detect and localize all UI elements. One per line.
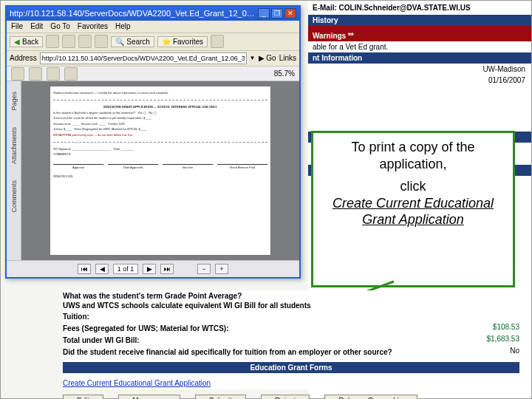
next-page-button[interactable]: ▶: [143, 264, 156, 274]
links-button[interactable]: Links: [279, 54, 296, 62]
save-icon[interactable]: [11, 67, 24, 81]
titlebar: http://10.121.58.140/ServerDocs/WDVA2200…: [7, 7, 299, 21]
fees-amount: $108.53: [493, 323, 519, 334]
zoom-in-button[interactable]: +: [215, 264, 228, 274]
menu-favorites[interactable]: Favorites: [78, 22, 108, 30]
last-page-button[interactable]: ⏭: [160, 264, 174, 274]
favorites-button[interactable]: ⭐Favorites: [157, 36, 208, 47]
messages-button[interactable]: Messages: [118, 395, 180, 399]
mail-icon[interactable]: [47, 67, 60, 81]
text-fragment: able for a Vet Ed grant.: [308, 41, 531, 52]
address-bar: Address ▼ ▶ Go Links: [7, 51, 299, 66]
forward-icon[interactable]: [46, 35, 59, 48]
note-calc: UWS and WTCS schools calculate equivalen…: [63, 301, 519, 310]
callout-link-name: Create Current Educational Grant Applica…: [332, 196, 494, 228]
refresh-icon[interactable]: [78, 35, 92, 48]
prev-page-button[interactable]: ◀: [95, 264, 109, 274]
print-icon[interactable]: [29, 67, 42, 81]
total-amount: $1,683.53: [487, 335, 520, 346]
callout-line-1: To print a copy of the application,: [321, 139, 505, 172]
window-close-button[interactable]: ✕: [284, 8, 296, 18]
browser-toolbar: ◀Back 🔍Search ⭐Favorites: [7, 33, 299, 51]
home-icon[interactable]: [95, 35, 108, 48]
menubar: File Edit Go To Favorites Help: [7, 21, 299, 33]
menu-file[interactable]: File: [11, 22, 23, 30]
create-application-link[interactable]: Create Current Educational Grant Applica…: [63, 379, 211, 387]
zoom-out-button[interactable]: −: [197, 264, 211, 274]
finaid-answer: No: [510, 347, 519, 358]
back-button[interactable]: ◀Back: [10, 36, 43, 47]
reject-button[interactable]: Reject: [261, 395, 310, 399]
section-information: nt Information: [308, 52, 531, 64]
question-finaid: Did the student receive financial aid sp…: [63, 348, 392, 356]
date-value: 01/16/2007: [488, 76, 525, 84]
search-button[interactable]: 🔍Search: [111, 36, 154, 47]
page-number-input[interactable]: [113, 264, 138, 274]
tab-pages[interactable]: Pages: [10, 92, 18, 111]
question-gpa: What was the student's term Grade Point …: [63, 292, 519, 300]
pdf-page: Student certification statement — I cert…: [50, 86, 271, 256]
submit-button[interactable]: Submit: [195, 395, 246, 399]
section-history: History: [308, 15, 531, 26]
tab-attachments[interactable]: Attachments: [10, 127, 18, 164]
address-input[interactable]: [40, 52, 247, 64]
page-navigator: ⏮ ◀ ▶ ⏭ − +: [7, 260, 299, 277]
pdf-sidebar: Pages Attachments Comments: [7, 81, 21, 260]
window-title: http://10.121.58.140/ServerDocs/WDVA2200…: [10, 9, 258, 18]
address-label: Address: [10, 54, 37, 62]
school-value: UW-Madison: [482, 65, 525, 73]
toolbar-icon[interactable]: [211, 35, 224, 48]
total-label: Total under WI GI Bill:: [63, 336, 140, 344]
warnings-bar: Warnings **: [308, 30, 531, 41]
form-content: What was the student's term Grade Point …: [63, 290, 519, 389]
contact-email: E-Mail: COLIN.Schneider@DVA.STATE.WI.US: [308, 1, 531, 15]
fees-label: Fees (Segregated for UWS; Material for W…: [63, 324, 228, 332]
pdf-viewer-window: http://10.121.58.140/ServerDocs/WDVA2200…: [5, 5, 301, 279]
release-ownership-button[interactable]: Release Ownership: [324, 395, 417, 399]
go-button[interactable]: ▶ Go: [259, 54, 276, 62]
zoom-value: 85.7%: [274, 69, 295, 78]
menu-help[interactable]: Help: [115, 22, 131, 30]
tuition-label: Tuition:: [63, 313, 89, 321]
menu-goto[interactable]: Go To: [50, 22, 70, 30]
window-min-button[interactable]: _: [258, 8, 270, 18]
instruction-callout: To print a copy of the application, clic…: [311, 131, 515, 287]
menu-edit[interactable]: Edit: [30, 22, 43, 30]
first-page-button[interactable]: ⏮: [78, 264, 91, 274]
stop-icon[interactable]: [62, 35, 75, 48]
edit-button[interactable]: Edit: [63, 395, 103, 399]
find-icon[interactable]: [64, 67, 78, 81]
tab-comments[interactable]: Comments: [10, 180, 18, 213]
pdf-toolbar: 85.7%: [7, 66, 299, 82]
section-forms: Education Grant Forms: [63, 362, 519, 373]
window-max-button[interactable]: ❐: [271, 8, 283, 18]
callout-line-2: click: [321, 178, 505, 195]
